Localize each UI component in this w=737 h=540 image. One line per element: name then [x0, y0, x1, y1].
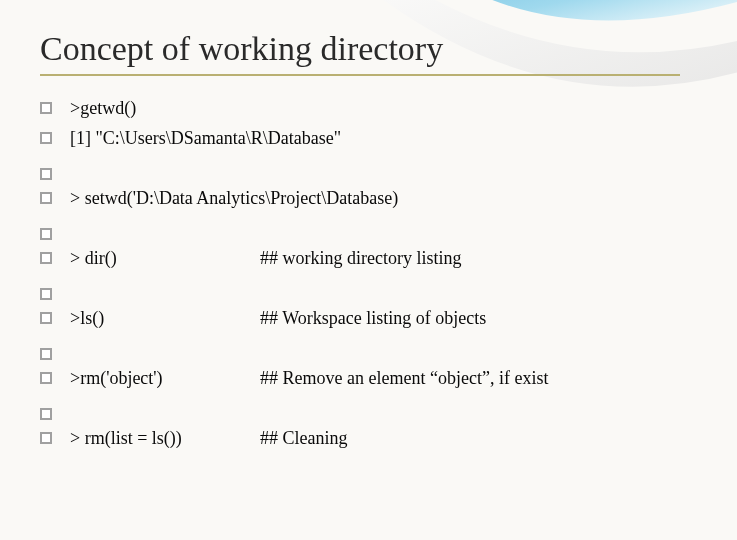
blank-line: [40, 278, 697, 308]
bullet-icon: [40, 252, 60, 266]
code-line: > dir() ## working directory listing: [40, 248, 697, 278]
bullet-icon: [40, 312, 60, 326]
bullet-icon: [40, 102, 60, 116]
code-line: > rm(list = ls()) ## Cleaning: [40, 428, 697, 458]
slide-title: Concept of working directory: [40, 30, 680, 76]
code-line: > setwd('D:\Data Analytics\Project\Datab…: [40, 188, 697, 218]
bullet-icon: [40, 288, 60, 302]
code-text: >getwd(): [70, 98, 136, 119]
bullet-icon: [40, 432, 60, 446]
code-line: >getwd(): [40, 98, 697, 128]
blank-line: [40, 218, 697, 248]
bullet-icon: [40, 132, 60, 146]
bullet-icon: [40, 348, 60, 362]
bullet-icon: [40, 192, 60, 206]
bullet-icon: [40, 372, 60, 386]
code-command: > dir(): [70, 248, 260, 269]
code-text: > setwd('D:\Data Analytics\Project\Datab…: [70, 188, 398, 209]
blank-line: [40, 398, 697, 428]
bullet-icon: [40, 168, 60, 182]
code-text: [1] "C:\Users\DSamanta\R\Database": [70, 128, 341, 149]
bullet-icon: [40, 408, 60, 422]
code-command: > rm(list = ls()): [70, 428, 260, 449]
code-line: >rm('object') ## Remove an element “obje…: [40, 368, 697, 398]
blank-line: [40, 338, 697, 368]
blank-line: [40, 158, 697, 188]
code-comment: ## Remove an element “object”, if exist: [260, 368, 548, 389]
code-comment: ## Cleaning: [260, 428, 348, 449]
code-comment: ## Workspace listing of objects: [260, 308, 486, 329]
code-command: >rm('object'): [70, 368, 260, 389]
bullet-icon: [40, 228, 60, 242]
slide-content: Concept of working directory >getwd() [1…: [0, 0, 737, 478]
code-comment: ## working directory listing: [260, 248, 461, 269]
code-line: [1] "C:\Users\DSamanta\R\Database": [40, 128, 697, 158]
code-command: >ls(): [70, 308, 260, 329]
code-line: >ls() ## Workspace listing of objects: [40, 308, 697, 338]
